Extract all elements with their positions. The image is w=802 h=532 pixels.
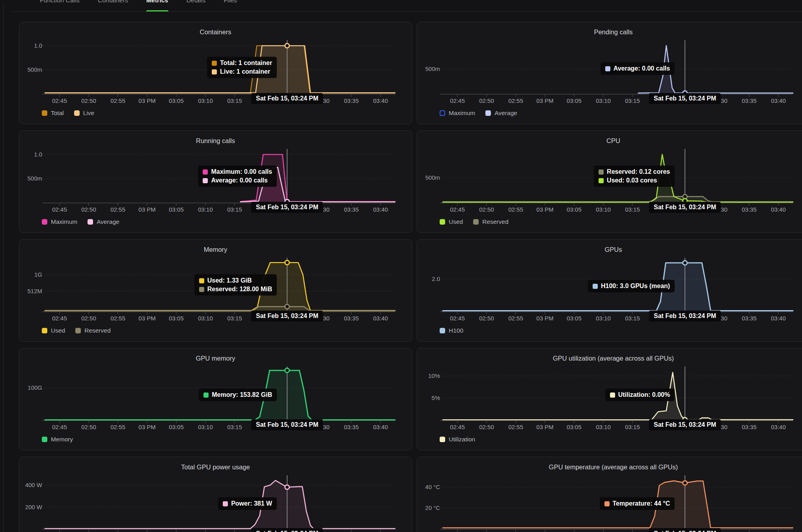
y-axis-label: 200 W <box>19 504 42 510</box>
tooltip-row: Live: 1 container <box>212 68 272 75</box>
y-axis-label: 1.0 <box>19 42 42 49</box>
tab-details[interactable]: Details <box>187 0 206 11</box>
x-axis-label: 03 PM <box>532 97 558 104</box>
legend-swatch <box>42 110 47 116</box>
tooltip-value: Reserved: 128.00 MiB <box>207 286 272 293</box>
chart-tooltip: Utilization: 0.00% <box>605 389 675 401</box>
chart-tooltip: Memory: 153.82 GiB <box>199 389 277 401</box>
tooltip-row: Used: 1.33 GiB <box>199 277 272 284</box>
x-axis-label: 03:15 <box>620 97 645 104</box>
chart-tooltip: Temperature: 44 °C <box>600 497 675 510</box>
tooltip-row: Maximum: 0.00 calls <box>203 168 272 175</box>
legend-swatch <box>88 219 93 225</box>
x-axis-label: 03:10 <box>591 424 616 430</box>
x-axis-label: 03:15 <box>222 206 247 213</box>
x-axis-label: 03:40 <box>766 424 791 430</box>
legend-swatch <box>42 328 47 333</box>
legend-swatch <box>440 219 445 225</box>
crosshair-date-tooltip: Sat Feb 15, 03:24 PM <box>649 528 721 532</box>
legend-swatch <box>440 437 445 442</box>
legend-item-average[interactable]: Average <box>88 218 119 225</box>
crosshair-date-tooltip: Sat Feb 15, 03:24 PM <box>251 419 323 430</box>
tab-bar: Function Calls Containers Metrics Detail… <box>11 0 802 12</box>
x-axis-label: 03:35 <box>339 206 364 213</box>
legend-item-used[interactable]: Used <box>440 218 463 225</box>
legend-label: Utilization <box>449 436 475 443</box>
x-axis-label: 03:05 <box>561 315 587 322</box>
tooltip-series-swatch <box>604 501 610 506</box>
tab-label: Details <box>187 0 206 4</box>
y-axis-label: 100G <box>19 384 42 391</box>
chart-card-pending-calls: Pending calls Average: 0.00 calls Sat Fe… <box>417 22 802 124</box>
x-axis-label: 03:05 <box>561 206 587 213</box>
y-axis-label: 20 °C <box>417 504 440 511</box>
tooltip-row: Power: 381 W <box>223 500 272 507</box>
x-axis-label: 02:55 <box>105 97 131 104</box>
tooltip-value: Average: 0.00 calls <box>211 177 268 184</box>
tooltip-row: Reserved: 0.12 cores <box>599 168 670 175</box>
x-axis-label: 02:55 <box>503 206 528 213</box>
tooltip-series-swatch <box>212 61 217 66</box>
active-tab-indicator <box>146 10 168 12</box>
legend-swatch <box>74 110 80 116</box>
legend-item-average[interactable]: Average <box>485 110 517 117</box>
x-axis-label: 03:40 <box>368 424 393 430</box>
legend-item-live[interactable]: Live <box>74 110 94 117</box>
x-axis-label: 02:45 <box>47 315 72 322</box>
tooltip-row: Reserved: 128.00 MiB <box>199 286 272 293</box>
x-axis-label: 03:15 <box>222 97 247 104</box>
y-axis-label: 1G <box>19 271 42 278</box>
legend-item-total[interactable]: Total <box>42 110 64 117</box>
legend-item-maximum[interactable]: Maximum <box>440 110 475 117</box>
x-axis-label: 03 PM <box>134 206 160 213</box>
tab-containers[interactable]: Containers <box>98 0 128 11</box>
chart-card-gpu-utilization: GPU utilization (average across all GPUs… <box>417 348 802 450</box>
chart-title: GPUs <box>417 246 802 253</box>
chart-card-gpus: GPUs H100: 3.0 GPUs (mean) Sat Feb 15, 0… <box>417 239 802 342</box>
chart-title: Memory <box>19 246 412 253</box>
x-axis-label: 03:40 <box>368 97 393 104</box>
tab-label: Function Calls <box>40 0 80 4</box>
tooltip-series-swatch <box>203 169 208 175</box>
tab-files[interactable]: Files <box>224 0 237 11</box>
y-axis-label: 500m <box>19 66 42 73</box>
chart-tooltip: H100: 3.0 GPUs (mean) <box>588 280 675 292</box>
legend-swatch <box>42 219 47 225</box>
x-axis-label: 02:45 <box>445 206 470 213</box>
x-axis-label: 03:40 <box>766 206 791 213</box>
x-axis-label: 02:55 <box>503 315 528 322</box>
x-axis-label: 03:35 <box>339 97 364 104</box>
panel-left-border <box>3 3 4 532</box>
tooltip-value: Power: 381 W <box>231 500 272 507</box>
chart-title: Running calls <box>19 137 412 145</box>
legend-item-memory[interactable]: Memory <box>42 436 73 443</box>
legend-item-used[interactable]: Used <box>42 327 65 334</box>
tooltip-value: Total: 1 container <box>220 60 272 67</box>
tab-metrics[interactable]: Metrics <box>146 0 168 11</box>
legend-item-maximum[interactable]: Maximum <box>42 218 77 225</box>
charts-grid: Containers Total: 1 containerLive: 1 con… <box>19 22 802 532</box>
legend-item-reserved[interactable]: Reserved <box>473 218 508 225</box>
legend-item-reserved[interactable]: Reserved <box>75 327 110 334</box>
x-axis-label: 03:05 <box>561 424 587 430</box>
chart-card-cpu: CPU Reserved: 0.12 coresUsed: 0.03 cores… <box>417 130 802 233</box>
chart-tooltip: Total: 1 containerLive: 1 container <box>207 57 277 78</box>
x-axis-label: 02:50 <box>474 315 499 322</box>
tooltip-row: Average: 0.00 calls <box>605 65 670 72</box>
legend-item-h100[interactable]: H100 <box>440 327 463 334</box>
tooltip-series-swatch <box>203 178 208 183</box>
x-axis-label: 02:55 <box>105 315 131 322</box>
legend-label: Used <box>449 218 463 225</box>
x-axis-label: 02:55 <box>105 206 131 213</box>
metrics-page: Function Calls Containers Metrics Detail… <box>0 0 802 532</box>
tooltip-value: Live: 1 container <box>220 68 270 75</box>
legend-item-utilization[interactable]: Utilization <box>440 436 475 443</box>
crosshair-date-tooltip: Sat Feb 15, 03:24 PM <box>251 528 323 532</box>
x-axis-label: 03 PM <box>134 315 160 322</box>
tooltip-value: Memory: 153.82 GiB <box>212 391 272 398</box>
chart-title: Pending calls <box>417 28 802 36</box>
x-axis-label: 03:10 <box>193 206 218 213</box>
tab-function-calls[interactable]: Function Calls <box>40 0 80 11</box>
legend-label: Reserved <box>84 327 110 334</box>
x-axis-label: 03:35 <box>737 424 762 430</box>
